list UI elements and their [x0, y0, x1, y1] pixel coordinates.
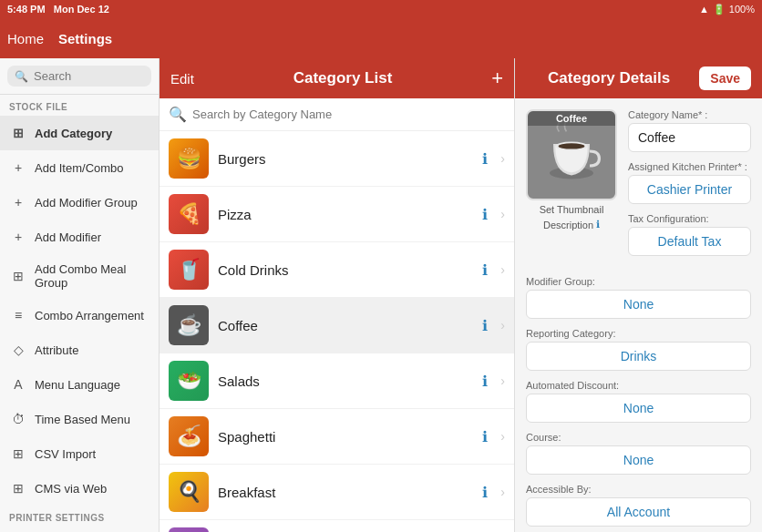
- status-indicators: ▲ 🔋 100%: [699, 4, 755, 15]
- category-name-salads: Salads: [218, 373, 473, 389]
- battery-icon: 🔋: [713, 4, 726, 15]
- category-row-spaghetti[interactable]: 🍝 Spaghetti ℹ ›: [160, 409, 514, 465]
- modifier-group-value[interactable]: None: [526, 290, 751, 319]
- description-label: Description ℹ: [543, 219, 600, 230]
- category-name-group: Category Name* : Coffee: [628, 109, 751, 152]
- category-info-icon-spaghetti[interactable]: ℹ: [482, 428, 488, 445]
- sidebar-item-csv-import[interactable]: ⊞ CSV Import: [0, 436, 159, 471]
- sidebar-item-time-based-menu[interactable]: ⏱ Time Based Menu: [0, 402, 159, 436]
- details-fields: Category Name* : Coffee Assigned Kitchen…: [628, 109, 751, 265]
- category-row-cakes[interactable]: 🎂 Cakes ℹ ›: [160, 520, 514, 532]
- tax-config-value[interactable]: Default Tax: [628, 227, 751, 256]
- sidebar-item-add-modifier-group[interactable]: + Add Modifier Group: [0, 185, 159, 220]
- category-search-input[interactable]: [192, 107, 505, 121]
- category-thumb-burgers: 🍔: [169, 138, 209, 179]
- details-header-title: Category Details: [526, 69, 692, 87]
- accessible-by-value[interactable]: All Account: [526, 497, 751, 527]
- category-info-icon-salads[interactable]: ℹ: [482, 373, 488, 390]
- modifier-group-label: Modifier Group:: [526, 276, 751, 287]
- category-name-burgers: Burgers: [218, 151, 473, 167]
- reporting-category-group: Reporting Category: Drinks: [526, 328, 751, 371]
- category-name-breakfast: Breakfast: [218, 485, 473, 500]
- sidebar-item-add-category[interactable]: ⊞ Add Category: [0, 116, 159, 150]
- reporting-category-value[interactable]: Drinks: [526, 342, 751, 371]
- sidebar-item-label: Menu Language: [35, 378, 120, 392]
- category-thumb-breakfast: 🍳: [169, 472, 209, 512]
- category-name-value[interactable]: Coffee: [628, 123, 751, 152]
- sidebar-item-add-item-combo[interactable]: + Add Item/Combo: [0, 150, 159, 185]
- category-search-bar: 🔍: [160, 98, 514, 131]
- edit-button[interactable]: Edit: [170, 71, 194, 87]
- sidebar-item-add-modifier[interactable]: + Add Modifier: [0, 220, 159, 254]
- settings-nav-button[interactable]: Settings: [58, 31, 112, 46]
- add-category-icon: ⊞: [9, 124, 27, 142]
- category-info-icon-coffee[interactable]: ℹ: [482, 317, 488, 334]
- add-modifier-icon: +: [9, 228, 27, 246]
- menu-language-icon: A: [9, 375, 27, 394]
- category-chevron-burgers: ›: [500, 151, 505, 166]
- category-info-icon-breakfast[interactable]: ℹ: [482, 484, 488, 501]
- sidebar: 🔍 STOCK FILE ⊞ Add Category + Add Item/C…: [0, 58, 160, 532]
- category-row-coffee[interactable]: ☕ Coffee ℹ ›: [160, 298, 514, 353]
- coffee-cup-svg: [535, 118, 608, 191]
- sidebar-item-label: CSV Import: [35, 447, 96, 461]
- course-label: Course:: [526, 432, 751, 443]
- category-chevron-coffee: ›: [500, 318, 505, 332]
- accessible-by-label: Accessible By:: [526, 484, 751, 495]
- sidebar-item-add-combo-meal-group[interactable]: ⊞ Add Combo Meal Group: [0, 254, 159, 298]
- category-chevron-cold-drinks: ›: [500, 262, 505, 277]
- sidebar-item-menu-language[interactable]: A Menu Language: [0, 367, 159, 402]
- sidebar-item-attribute[interactable]: ◇ Attribute: [0, 332, 159, 367]
- category-name-cold-drinks: Cold Drinks: [218, 262, 473, 278]
- category-row-cold-drinks[interactable]: 🥤 Cold Drinks ℹ ›: [160, 242, 514, 298]
- category-thumb-pizza: 🍕: [169, 194, 209, 234]
- kitchen-printer-group: Assigned Kitchen Printer* : Cashier Prin…: [628, 161, 751, 204]
- category-chevron-breakfast: ›: [500, 485, 505, 499]
- status-bar: 5:48 PM Mon Dec 12 ▲ 🔋 100%: [0, 0, 762, 18]
- sidebar-item-label: Add Combo Meal Group: [35, 262, 149, 290]
- details-panel: Category Details Save Coffee: [515, 58, 762, 532]
- category-info-icon-pizza[interactable]: ℹ: [482, 206, 488, 223]
- category-info-icon-burgers[interactable]: ℹ: [482, 150, 488, 168]
- home-nav-button[interactable]: Home: [7, 31, 44, 46]
- sidebar-item-label: Add Modifier Group: [35, 196, 138, 210]
- sidebar-search-input[interactable]: [34, 69, 144, 83]
- sidebar-item-combo-arrangement[interactable]: ≡ Combo Arrangement: [0, 298, 159, 332]
- sidebar-item-printers[interactable]: 🖨 Printers: [0, 527, 159, 532]
- automated-discount-value[interactable]: None: [526, 394, 751, 423]
- sidebar-item-label: Attribute: [35, 343, 78, 357]
- details-top-section: Coffee: [526, 109, 751, 265]
- search-icon: 🔍: [15, 70, 28, 83]
- kitchen-printer-value[interactable]: Cashier Printer: [628, 175, 751, 204]
- category-thumb-cold-drinks: 🥤: [169, 250, 209, 290]
- svg-point-2: [559, 143, 585, 148]
- details-header: Category Details Save: [515, 58, 762, 98]
- category-info-icon-cold-drinks[interactable]: ℹ: [482, 261, 488, 279]
- category-chevron-pizza: ›: [500, 207, 505, 221]
- add-category-header-button[interactable]: +: [491, 66, 503, 90]
- add-combo-meal-group-icon: ⊞: [9, 267, 27, 285]
- category-row-salads[interactable]: 🥗 Salads ℹ ›: [160, 353, 514, 409]
- sidebar-search-wrap[interactable]: 🔍: [7, 66, 151, 87]
- category-list: 🍔 Burgers ℹ › 🍕 Pizza ℹ › 🥤 Cold Drinks …: [160, 131, 514, 532]
- category-row-burgers[interactable]: 🍔 Burgers ℹ ›: [160, 131, 514, 187]
- thumbnail-area: Coffee: [526, 109, 617, 265]
- category-thumb-coffee: ☕: [169, 305, 209, 345]
- sidebar-item-label: Add Modifier: [35, 230, 101, 244]
- set-thumbnail-label: Set Thumbnail: [540, 204, 604, 215]
- tax-config-label: Tax Configuration:: [628, 213, 751, 224]
- automated-discount-label: Automated Discount:: [526, 380, 751, 391]
- sidebar-item-label: Time Based Menu: [35, 413, 130, 426]
- sidebar-item-label: Combo Arrangement: [35, 309, 144, 322]
- save-button[interactable]: Save: [699, 66, 751, 90]
- category-row-breakfast[interactable]: 🍳 Breakfast ℹ ›: [160, 465, 514, 520]
- category-name-label: Category Name* :: [628, 109, 751, 120]
- thumbnail-image[interactable]: Coffee: [526, 109, 617, 200]
- cms-via-web-icon: ⊞: [9, 479, 27, 497]
- printer-settings-section-label: PRINTER SETTINGS: [0, 506, 159, 527]
- category-thumb-cakes: 🎂: [169, 527, 209, 532]
- wifi-icon: ▲: [699, 4, 709, 15]
- category-row-pizza[interactable]: 🍕 Pizza ℹ ›: [160, 187, 514, 242]
- course-value[interactable]: None: [526, 445, 751, 475]
- sidebar-item-cms-via-web[interactable]: ⊞ CMS via Web: [0, 471, 159, 506]
